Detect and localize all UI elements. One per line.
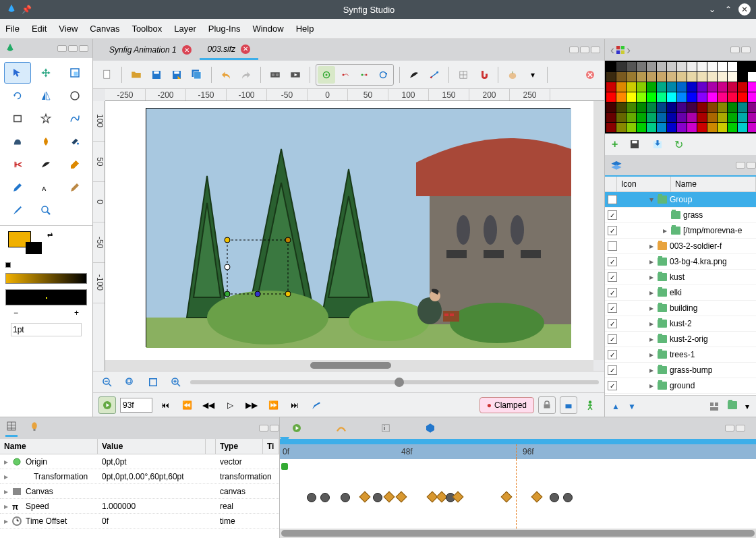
canvas[interactable] [105,101,593,360]
palette-swatch[interactable] [657,102,666,112]
param-row[interactable]: ▸Transformation0pt,0pt,0.00°,60pt,60pttr… [0,469,279,484]
seek-start-icon[interactable]: ⏮ [156,396,174,414]
zoom-out-icon[interactable] [98,373,116,391]
palette-swatch[interactable] [627,82,636,92]
keyframe-diamond-icon[interactable] [396,491,407,503]
onion-chevron[interactable]: ▾ [524,66,542,84]
palette-swatch[interactable] [718,92,727,102]
text-tool[interactable]: A [32,177,59,198]
layer-expand-icon[interactable]: ▸ [648,272,655,282]
palette-swatch[interactable] [647,62,656,71]
palette-swatch[interactable] [677,92,687,102]
palette-swatch[interactable] [687,92,697,102]
palette-swatch[interactable] [606,102,616,112]
outline-width-input[interactable]: 1pt [11,323,82,336]
palette-swatch[interactable] [748,123,756,132]
palette-swatch[interactable] [647,82,656,92]
menu-window[interactable]: Window [252,24,283,34]
tl-tab-curves-icon[interactable] [335,422,347,434]
palette-swatch[interactable] [718,113,727,122]
palette-swatch[interactable] [728,102,737,112]
width-plus[interactable]: + [74,308,79,318]
maximize-button[interactable]: ⌃ [722,3,734,16]
scrollbar-vertical[interactable] [593,101,604,360]
rectangle-tool[interactable] [4,108,31,129]
onion-before-button[interactable] [318,66,335,84]
palette-swatch[interactable] [728,62,737,71]
palette-swatch[interactable] [718,102,727,112]
palette-swatch[interactable] [677,113,687,122]
palette-swatch[interactable] [637,62,646,71]
close-button[interactable]: ✕ [738,3,751,16]
tl-tab-meta-icon[interactable]: i [380,422,392,434]
layer-visibility-checkbox[interactable]: ✓ [608,319,617,328]
palette-swatch[interactable] [667,62,676,71]
param-expand-icon[interactable]: ▸ [4,516,8,526]
raise-layer-icon[interactable]: ▲ [612,402,620,411]
param-row[interactable]: ▸Origin0pt,0ptvector [0,454,279,469]
palette-swatch[interactable] [707,102,717,112]
group-layer-icon[interactable] [709,401,720,412]
layer-row[interactable]: ✓ ▸ grass-bump [605,363,756,378]
menu-toolbox[interactable]: Toolbox [132,24,162,34]
palette-swatch[interactable] [697,123,707,132]
palette-swatch[interactable] [657,62,666,71]
transform-tool[interactable] [4,62,31,84]
palette-swatch[interactable] [647,102,656,112]
palette-swatch[interactable] [718,62,727,71]
redo-button[interactable] [237,66,255,84]
mirror-tool[interactable] [32,85,59,107]
play-icon[interactable]: ▷ [221,396,239,414]
palette-swatch[interactable] [728,82,737,92]
palette-swatch[interactable] [657,72,666,82]
menu-layer[interactable]: Layer [174,24,196,34]
keyframe-diamond-icon[interactable] [531,491,543,503]
add-swatch-icon[interactable]: + [612,138,618,150]
param-expand-icon[interactable]: ▸ [4,457,8,467]
timeline-scrollbar[interactable] [280,529,756,538]
layer-expand-icon[interactable]: ▸ [648,303,655,313]
layer-expand-icon[interactable]: ▸ [648,288,655,297]
keyframe-diamond-icon[interactable] [501,491,513,503]
layer-visibility-checkbox[interactable]: ✓ [608,365,617,375]
palette-swatch[interactable] [657,92,666,102]
keyframe-diamond-icon[interactable] [359,491,371,503]
layer-row[interactable]: ✓ ▸ kust [605,270,756,285]
layer-expand-icon[interactable]: ▾ [648,195,655,204]
nav-next-icon[interactable]: › [627,43,631,57]
layer-row[interactable]: ✓ ▸ elki [605,285,756,301]
close-tab-icon[interactable]: ✕ [241,44,250,54]
eyedrop-tool[interactable] [61,154,88,175]
keyframe-waypoint-icon[interactable] [373,493,382,502]
preview-button[interactable] [287,66,304,84]
cancel-button[interactable] [581,66,599,84]
sketch-tool[interactable] [61,177,88,198]
palette-swatch[interactable] [728,92,737,102]
reset-palette-icon[interactable]: ↻ [674,138,683,151]
pin-icon[interactable]: 📌 [22,5,32,14]
palette-swatch[interactable] [728,113,737,122]
palette-swatch[interactable] [707,82,717,92]
palette-swatch[interactable] [677,62,687,71]
palette-swatch[interactable] [728,123,737,132]
zoom-slider[interactable] [190,380,599,384]
width-tool[interactable] [32,154,59,175]
params-tab-icon[interactable] [5,420,18,437]
palette-swatch[interactable] [738,113,747,122]
onion-icon-button[interactable] [504,66,521,84]
palette-swatch[interactable] [627,72,636,82]
palette-swatch[interactable] [697,82,707,92]
menu-view[interactable]: View [59,24,78,34]
menu-canvas[interactable]: Canvas [90,24,119,34]
new-layer-icon[interactable] [728,401,737,411]
palette-swatch[interactable] [707,123,717,132]
palette-swatch[interactable] [606,113,616,122]
layer-row[interactable]: ✓ grass [605,208,756,223]
palette-swatch[interactable] [637,123,646,132]
palette-swatch[interactable] [627,102,636,112]
palette-swatch[interactable] [738,123,747,132]
palette-swatch[interactable] [637,92,646,102]
layer-row[interactable]: ▸ 003-2-soldier-f [605,239,756,254]
onion-after-button[interactable] [337,66,354,84]
region-tool[interactable] [4,131,31,152]
